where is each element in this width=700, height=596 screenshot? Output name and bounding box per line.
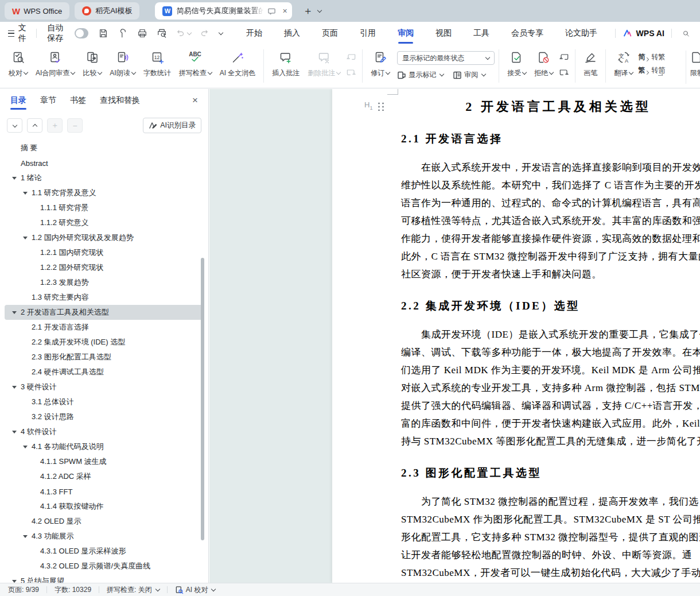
ai-contract-review-button[interactable]: AI合同审查 xyxy=(32,48,79,78)
tab-list-chevron-icon[interactable] xyxy=(317,7,321,12)
menu-home[interactable]: 开始 xyxy=(235,22,273,45)
autosave-toggle[interactable] xyxy=(75,28,88,38)
toc-item[interactable]: Abstract xyxy=(5,156,204,171)
tab-contents[interactable]: 目录 xyxy=(10,89,26,112)
toc-item[interactable]: 1.1.2 研究意义 xyxy=(5,215,204,230)
menu-paper-assistant[interactable]: 论文助手 xyxy=(554,22,608,45)
format-painter-icon[interactable] xyxy=(117,28,129,39)
document-page[interactable]: H1 2 开发语言工具及相关选型 2.1 开发语言选择在嵌入式系统开发中，开发语… xyxy=(332,89,700,583)
ai-read-aloud-button[interactable]: AI朗读 xyxy=(106,48,139,78)
toc-item[interactable]: 4.1.3 FFT xyxy=(5,484,204,499)
ai-proofread-status[interactable]: AI 校对 xyxy=(175,585,216,595)
show-markup-button[interactable]: 显示标记 xyxy=(397,70,444,80)
ai-polish-button[interactable]: AI 全文润色 xyxy=(216,48,260,78)
expand-arrow-icon[interactable] xyxy=(23,192,28,195)
expand-arrow-icon[interactable] xyxy=(12,580,17,583)
menu-page[interactable]: 页面 xyxy=(311,22,349,45)
menu-view[interactable]: 视图 xyxy=(425,22,462,45)
toc-item[interactable]: 摘 要 xyxy=(5,141,204,156)
expand-arrow-icon[interactable] xyxy=(23,446,28,448)
hamburger-menu-icon[interactable] xyxy=(8,30,14,37)
toc-item[interactable]: 4.1.1 SPWM 波生成 xyxy=(5,454,204,469)
proofread-button[interactable]: 校对 xyxy=(5,48,32,78)
toc-item[interactable]: 1.2.1 国内研究现状 xyxy=(5,245,204,260)
expand-arrow-icon[interactable] xyxy=(12,311,17,314)
toc-item[interactable]: 1 绪论 xyxy=(5,171,204,185)
toc-item[interactable]: 1.2.2 国外研究现状 xyxy=(5,260,204,275)
tab-find-replace[interactable]: 查找和替换 xyxy=(100,89,140,112)
tab-document[interactable]: W 简易信号失真度测量装置的设 × xyxy=(155,2,291,20)
close-sidebar-icon[interactable]: × xyxy=(192,95,198,106)
tab-bookmarks[interactable]: 书签 xyxy=(70,89,86,112)
search-icon[interactable] xyxy=(682,28,690,39)
expand-all-button[interactable] xyxy=(7,118,22,133)
close-tab-icon[interactable]: × xyxy=(282,6,287,16)
comment-bubble-icon[interactable] xyxy=(267,7,276,16)
toc-item[interactable]: 4.1.2 ADC 采样 xyxy=(5,469,204,484)
word-count-button[interactable]: 12 字数统计 xyxy=(139,48,175,78)
toc-item[interactable]: 4.3.1 OLED 显示采样波形 xyxy=(5,544,204,559)
toc-item[interactable]: 4.3.2 OLED 显示频谱/失真度曲线 xyxy=(5,559,204,574)
toc-item[interactable]: 5 总结与展望 xyxy=(5,574,204,583)
toc-item[interactable]: 4.1 各功能代码及说明 xyxy=(5,439,204,454)
pen-button[interactable]: 画笔 xyxy=(580,48,601,78)
toc-item[interactable]: 4 软件设计 xyxy=(5,424,204,439)
toc-item[interactable]: 1.1 研究背景及意义 xyxy=(5,185,204,200)
print-preview-icon[interactable] xyxy=(156,28,168,39)
toc-item[interactable]: 2 开发语言工具及相关选型 xyxy=(5,305,204,320)
previous-change-icon[interactable] xyxy=(558,52,570,63)
restrict-edit-button[interactable]: 限制 xyxy=(686,48,700,78)
toc-item[interactable]: 3.1 总体设计 xyxy=(5,394,204,409)
menu-insert[interactable]: 插入 xyxy=(273,22,311,45)
accept-button[interactable]: 接受 xyxy=(503,48,530,78)
toc-item[interactable]: 1.2 国内外研究现状及发展趋势 xyxy=(5,230,204,245)
markup-state-select[interactable]: 显示标记的最终状态 xyxy=(397,51,495,65)
ai-recognize-toc-button[interactable]: AI识别目录 xyxy=(143,118,201,133)
tab-wps-office[interactable]: W WPS Office xyxy=(5,2,69,20)
expand-arrow-icon[interactable] xyxy=(23,237,28,239)
toc-item[interactable]: 2.4 硬件调试工具选型 xyxy=(5,365,204,380)
tab-chapters[interactable]: 章节 xyxy=(40,89,56,112)
page-indicator[interactable]: 页面: 9/39 xyxy=(8,585,39,595)
toc-item[interactable]: 2.3 图形化配置工具选型 xyxy=(5,350,204,365)
collapse-all-button[interactable] xyxy=(27,118,42,133)
print-icon[interactable] xyxy=(137,28,148,39)
reject-button[interactable]: 拒绝 xyxy=(530,48,557,78)
sidebar-scrollbar[interactable] xyxy=(201,258,204,540)
expand-arrow-icon[interactable] xyxy=(12,386,17,389)
menu-tools[interactable]: 工具 xyxy=(462,22,500,45)
word-count-indicator[interactable]: 字数: 10329 xyxy=(55,585,91,595)
spell-check-button[interactable]: ABC 拼写检查 xyxy=(175,48,216,78)
toc-item[interactable]: 4.3 功能展示 xyxy=(5,529,204,544)
compare-button[interactable]: 比较 xyxy=(79,48,106,78)
wps-ai-menu[interactable]: WPS AI xyxy=(623,28,664,38)
expand-arrow-icon[interactable] xyxy=(12,431,17,434)
drag-handle-icon[interactable] xyxy=(377,102,385,111)
translate-button[interactable]: 文A 翻译 xyxy=(610,48,637,78)
track-changes-button[interactable]: 修订 xyxy=(367,48,394,78)
to-traditional-button[interactable]: 简 转繁 xyxy=(638,52,665,62)
insert-comment-button[interactable]: 插入批注 xyxy=(268,48,304,78)
tab-docer-templates[interactable]: 稻壳AI模板 xyxy=(75,2,139,20)
toc-item[interactable]: 3 硬件设计 xyxy=(5,380,204,394)
next-change-icon[interactable] xyxy=(558,67,570,79)
toc-item[interactable]: 4.1.4 获取按键动作 xyxy=(5,499,204,514)
toc-item[interactable]: 1.2.3 发展趋势 xyxy=(5,275,204,290)
spellcheck-status[interactable]: 拼写检查: 关闭 xyxy=(107,585,160,595)
toc-item[interactable]: 2.1 开发语言选择 xyxy=(5,320,204,335)
expand-arrow-icon[interactable] xyxy=(23,535,28,538)
menu-reference[interactable]: 引用 xyxy=(349,22,387,45)
dialog-launcher-icon[interactable] xyxy=(658,71,663,76)
toc-item[interactable]: 2.2 集成开发环境 (IDE) 选型 xyxy=(5,335,204,350)
file-menu[interactable]: 文件 xyxy=(18,23,30,44)
toc-item[interactable]: 3.2 设计思路 xyxy=(5,409,204,424)
expand-arrow-icon[interactable] xyxy=(12,177,17,180)
toc-item[interactable]: 4.2 OLED 显示 xyxy=(5,514,204,529)
more-actions-chevron-icon[interactable] xyxy=(219,30,223,34)
menu-review[interactable]: 审阅 xyxy=(387,22,425,45)
toc-item[interactable]: 1.1.1 研究背景 xyxy=(5,200,204,215)
menu-member[interactable]: 会员专享 xyxy=(500,22,554,45)
toc-item[interactable]: 1.3 研究主要内容 xyxy=(5,290,204,305)
new-tab-icon[interactable]: ＋ xyxy=(303,6,313,16)
review-pane-button[interactable]: 审阅 xyxy=(453,70,485,80)
